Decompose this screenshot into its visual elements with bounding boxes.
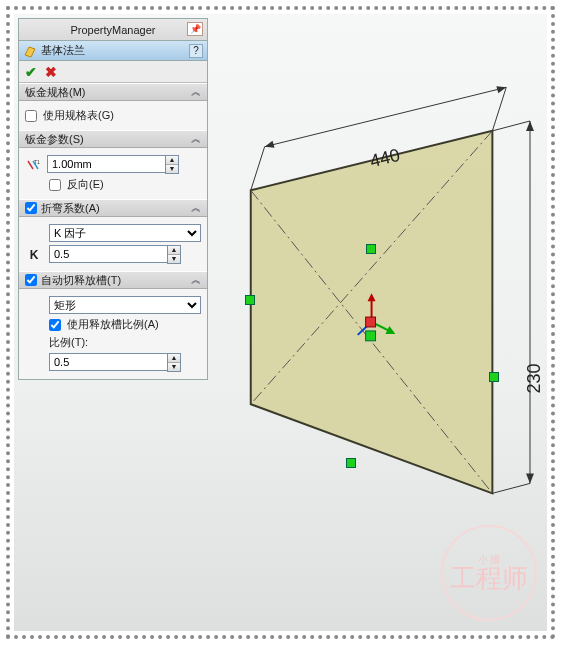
svg-marker-12 [526, 474, 534, 484]
section-params-body: T1 ▲▼ 反向(E) [19, 148, 207, 199]
section-gauge-head[interactable]: 钣金规格(M) ︽ [19, 83, 207, 101]
svg-rect-19 [366, 331, 376, 341]
bend-method-select[interactable]: K 因子 [49, 224, 201, 242]
chevron-up-icon: ︽ [191, 201, 201, 215]
section-params-title: 钣金参数(S) [25, 132, 84, 147]
ratio-label: 比例(T): [49, 335, 88, 350]
k-spinner[interactable]: ▲▼ [167, 245, 181, 264]
k-factor-input[interactable] [49, 245, 167, 263]
svg-marker-11 [526, 121, 534, 131]
section-bend-body: K 因子 K ▲▼ [19, 217, 207, 271]
midpoint-handle[interactable] [245, 295, 255, 305]
feature-title-bar: 基体法兰 ? [19, 41, 207, 61]
pin-button[interactable]: 📌 [187, 22, 203, 36]
help-button[interactable]: ? [189, 44, 203, 58]
thickness-spinner[interactable]: ▲▼ [165, 155, 179, 174]
ratio-input[interactable] [49, 353, 167, 371]
chevron-up-icon: ︽ [191, 85, 201, 99]
feature-name: 基体法兰 [41, 43, 185, 58]
relief-enable-checkbox[interactable] [25, 274, 37, 286]
svg-marker-6 [265, 141, 275, 148]
section-relief-title: 自动切释放槽(T) [41, 273, 121, 288]
thickness-icon: T1 [25, 158, 41, 172]
svg-rect-18 [366, 317, 376, 327]
section-bend-head[interactable]: 折弯系数(A) ︽ [19, 199, 207, 217]
section-params-head[interactable]: 钣金参数(S) ︽ [19, 130, 207, 148]
watermark: 小 國 工程师 [441, 525, 537, 621]
svg-line-4 [492, 87, 506, 131]
use-gauge-table-checkbox[interactable] [25, 110, 37, 122]
reverse-label: 反向(E) [67, 177, 104, 192]
property-manager-panel: PropertyManager 📌 基体法兰 ? ✔ ✖ 钣金规格(M) ︽ 使… [18, 18, 208, 380]
dimension-right[interactable]: 230 [523, 363, 544, 393]
k-label: K [25, 248, 43, 262]
cancel-button[interactable]: ✖ [45, 64, 57, 80]
section-relief-head[interactable]: 自动切释放槽(T) ︽ [19, 271, 207, 289]
bend-enable-checkbox[interactable] [25, 202, 37, 214]
use-gauge-table-label: 使用规格表(G) [43, 108, 114, 123]
graphics-viewport[interactable]: 440 230 小 國 工程师 [214, 18, 543, 627]
use-ratio-checkbox[interactable] [49, 319, 61, 331]
section-bend-title: 折弯系数(A) [41, 201, 100, 216]
midpoint-handle[interactable] [366, 244, 376, 254]
chevron-up-icon: ︽ [191, 132, 201, 146]
pm-header: PropertyManager 📌 [19, 19, 207, 41]
midpoint-handle[interactable] [346, 458, 356, 468]
thickness-input[interactable] [47, 155, 165, 173]
base-flange-icon [23, 44, 37, 58]
svg-line-9 [492, 483, 530, 493]
relief-type-select[interactable]: 矩形 [49, 296, 201, 314]
section-relief-body: 矩形 使用释放槽比例(A) 比例(T): ▲▼ [19, 289, 207, 379]
ratio-spinner[interactable]: ▲▼ [167, 353, 181, 372]
reverse-checkbox[interactable] [49, 179, 61, 191]
midpoint-handle[interactable] [489, 372, 499, 382]
section-gauge-body: 使用规格表(G) [19, 101, 207, 130]
svg-line-3 [251, 147, 265, 191]
confirm-row: ✔ ✖ [19, 61, 207, 83]
section-gauge-title: 钣金规格(M) [25, 85, 86, 100]
use-ratio-label: 使用释放槽比例(A) [67, 317, 159, 332]
svg-text:T1: T1 [34, 159, 40, 165]
chevron-up-icon: ︽ [191, 273, 201, 287]
svg-line-8 [492, 121, 530, 131]
ok-button[interactable]: ✔ [25, 64, 37, 80]
pm-title: PropertyManager [71, 24, 156, 36]
